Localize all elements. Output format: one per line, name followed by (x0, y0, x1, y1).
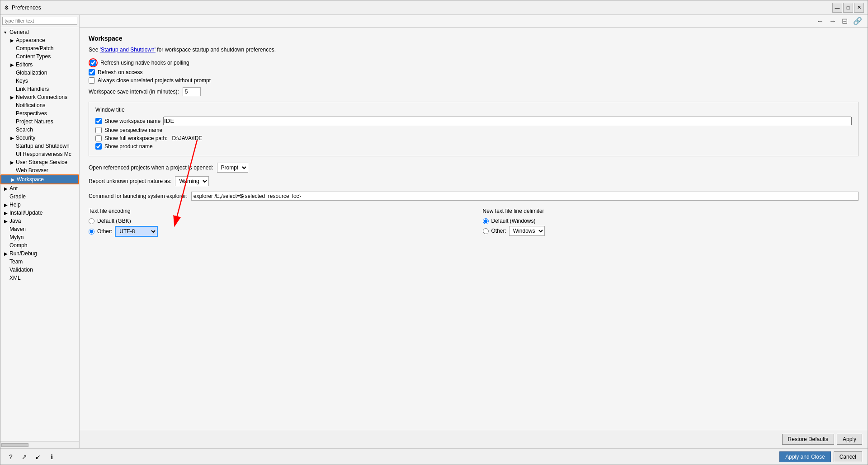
startup-shutdown-link[interactable]: 'Startup and Shutdown' (100, 47, 156, 53)
arrow-team (4, 259, 9, 264)
import-button[interactable]: ↙ (33, 452, 43, 462)
other-delimiter-label: Other: (491, 228, 506, 234)
export-button[interactable]: ↗ (19, 452, 29, 462)
sidebar-item-user-storage[interactable]: ▶ User Storage Service (0, 158, 79, 166)
collapse-button[interactable]: ⊟ (840, 17, 849, 25)
sidebar-item-link-handlers[interactable]: Link Handlers (0, 85, 79, 93)
default-windows-radio[interactable] (483, 218, 489, 224)
refresh-native-checkbox[interactable] (90, 60, 96, 66)
open-referenced-select[interactable]: Prompt Always Never (217, 163, 248, 173)
sidebar-item-ui-responsiveness[interactable]: UI Responsiveness Mc (0, 150, 79, 158)
window-icon: ⚙ (4, 5, 9, 11)
cancel-button[interactable]: Cancel (834, 451, 862, 462)
toolbar-right: ← → ⊟ 🔗 (815, 17, 864, 25)
other-delimiter-radio[interactable] (483, 228, 489, 234)
save-interval-input[interactable] (183, 87, 201, 96)
sidebar-label-notifications: Notifications (16, 102, 45, 108)
sidebar-label-network: Network Connections (16, 94, 67, 100)
sidebar-label-web: Web Browser (16, 167, 48, 174)
sidebar-label-team: Team (9, 258, 23, 265)
sidebar-item-security[interactable]: ▶ Security (0, 134, 79, 142)
default-windows-label: Default (Windows) (491, 218, 536, 224)
sidebar-item-globalization[interactable]: Globalization (0, 69, 79, 77)
refresh-access-checkbox[interactable] (89, 69, 95, 75)
sidebar-item-perspectives[interactable]: Perspectives (0, 109, 79, 117)
sidebar-item-ant[interactable]: ▶ Ant (0, 184, 79, 193)
sidebar-item-general[interactable]: ▾ General (0, 28, 79, 36)
tree: ▾ General ▶ Appearance Compare/Patch Con… (0, 27, 79, 441)
sidebar-item-workspace[interactable]: ▶ Workspace (0, 174, 79, 184)
arrow-web (10, 168, 15, 173)
sidebar-item-team[interactable]: Team (0, 258, 79, 266)
sidebar-item-java[interactable]: ▶ Java (0, 217, 79, 225)
workspace-name-input[interactable] (163, 117, 852, 125)
sidebar-item-startup-shutdown[interactable]: Startup and Shutdown (0, 142, 79, 150)
sidebar-label-globalization: Globalization (16, 70, 47, 76)
delimiter-select[interactable]: Windows Unix Mac (509, 226, 545, 236)
close-unrelated-checkbox[interactable] (89, 77, 95, 84)
show-workspace-name-checkbox[interactable] (95, 118, 102, 124)
sidebar-item-editors[interactable]: ▶ Editors (0, 61, 79, 69)
sidebar-label-editors: Editors (16, 61, 33, 68)
sidebar-label-security: Security (16, 135, 35, 141)
encoding-select[interactable]: UTF-8 UTF-16 ISO-8859-1 (115, 226, 158, 237)
info-button[interactable]: ℹ (47, 452, 57, 462)
restore-defaults-button[interactable]: Restore Defaults (782, 434, 834, 445)
sidebar-item-content-types[interactable]: Content Types (0, 52, 79, 61)
sidebar-item-install-update[interactable]: ▶ Install/Update (0, 209, 79, 217)
sidebar-item-xml[interactable]: XML (0, 274, 79, 282)
link-button[interactable]: 🔗 (851, 17, 864, 25)
sidebar-item-mylyn[interactable]: Mylyn (0, 233, 79, 241)
sidebar-label-project-natures: Project Natures (16, 118, 53, 125)
sidebar-item-compare-patch[interactable]: Compare/Patch (0, 44, 79, 52)
sidebar-item-run-debug[interactable]: ▶ Run/Debug (0, 249, 79, 258)
sidebar-item-project-natures[interactable]: Project Natures (0, 117, 79, 126)
sidebar-item-appearance[interactable]: ▶ Appearance (0, 36, 79, 44)
arrow-network: ▶ (10, 95, 15, 100)
show-perspective-checkbox[interactable] (95, 127, 102, 133)
scroll-thumb[interactable] (1, 443, 28, 447)
maximize-button[interactable]: □ (843, 3, 853, 13)
forward-button[interactable]: → (827, 17, 838, 25)
expand-arrow-general: ▾ (4, 30, 9, 35)
show-product-name-checkbox[interactable] (95, 143, 102, 150)
refresh-native-highlight (89, 58, 98, 67)
sidebar-item-help[interactable]: ▶ Help (0, 201, 79, 209)
panel-body: Workspace See 'Startup and Shutdown' for… (80, 28, 868, 430)
sidebar-item-validation[interactable]: Validation (0, 266, 79, 274)
apply-close-button[interactable]: Apply and Close (779, 451, 830, 462)
sidebar-item-oomph[interactable]: Oomph (0, 241, 79, 249)
refresh-access-label: Refresh on access (98, 69, 142, 75)
report-unknown-select[interactable]: Warning Error Ignore (175, 176, 209, 186)
sidebar-item-gradle[interactable]: Gradle (0, 193, 79, 201)
apply-button[interactable]: Apply (837, 434, 862, 445)
sidebar-item-maven[interactable]: Maven (0, 225, 79, 233)
sidebar-label-java: Java (9, 218, 21, 224)
close-button[interactable]: ✕ (854, 3, 864, 13)
filter-input[interactable] (2, 17, 77, 25)
arrow-user-storage: ▶ (10, 160, 15, 165)
sidebar-item-notifications[interactable]: Notifications (0, 101, 79, 109)
sidebar-label-run-debug: Run/Debug (9, 250, 37, 257)
other-encoding-label: Other: (97, 228, 112, 235)
sidebar-scrollbar[interactable] (0, 441, 79, 448)
sidebar-item-keys[interactable]: Keys (0, 77, 79, 85)
show-workspace-name-row: Show workspace name (95, 117, 852, 125)
sidebar-label-xml: XML (9, 275, 21, 281)
show-full-path-checkbox[interactable] (95, 135, 102, 141)
help-icon-button[interactable]: ? (6, 452, 16, 462)
sidebar-item-network[interactable]: ▶ Network Connections (0, 93, 79, 101)
minimize-button[interactable]: — (832, 3, 842, 13)
other-encoding-radio[interactable] (89, 229, 94, 235)
sidebar-item-search[interactable]: Search (0, 126, 79, 134)
arrow-xml (4, 276, 9, 281)
arrow-gradle (4, 194, 9, 199)
default-gbk-radio[interactable] (89, 218, 94, 224)
sidebar-item-web-browser[interactable]: Web Browser (0, 166, 79, 174)
back-button[interactable]: ← (815, 17, 826, 25)
arrow-workspace: ▶ (11, 177, 16, 182)
window-title: Preferences (12, 5, 41, 11)
encoding-delimiter-section: Text file encoding Default (GBK) Other: … (89, 208, 859, 239)
command-input[interactable] (191, 192, 859, 201)
info-suffix: for workspace startup and shutdown prefe… (156, 47, 276, 53)
